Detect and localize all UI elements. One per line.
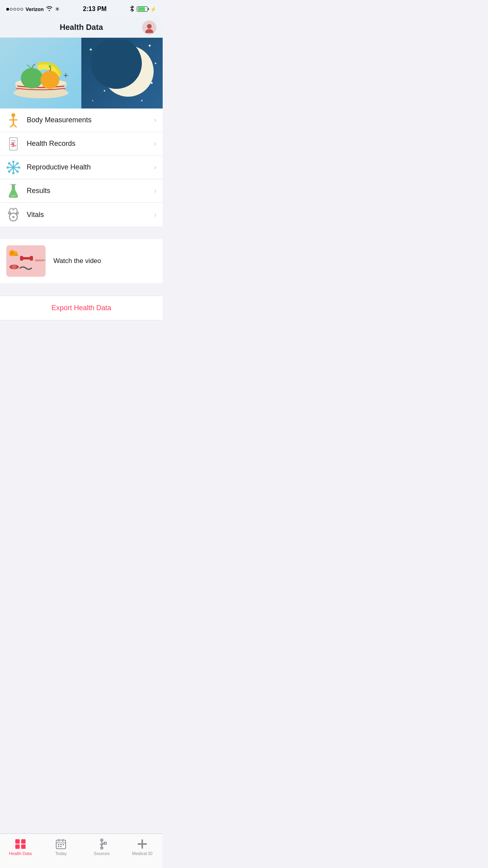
menu-list: Body Measurements › Health Records ›: [0, 108, 163, 226]
menu-item-reproductive-health[interactable]: Reproductive Health ›: [0, 156, 163, 179]
wifi-icon: [46, 6, 53, 12]
svg-point-18: [91, 40, 142, 89]
vitals-icon: [6, 208, 20, 222]
svg-point-13: [155, 63, 156, 64]
signal-dots: [6, 8, 23, 11]
svg-point-15: [92, 100, 93, 101]
health-records-label: Health Records: [27, 140, 154, 148]
video-thumbnail: [6, 245, 46, 277]
svg-rect-49: [30, 256, 33, 261]
charging-icon: ⚡: [150, 6, 156, 12]
svg-text:+: +: [63, 70, 68, 80]
page-title: Health Data: [60, 23, 103, 32]
battery-fill: [138, 7, 145, 11]
signal-dot-3: [13, 8, 16, 11]
health-records-chevron: ›: [154, 140, 156, 148]
svg-point-55: [10, 251, 14, 255]
svg-line-22: [10, 124, 13, 127]
svg-point-34: [17, 170, 19, 173]
svg-point-43: [16, 212, 18, 214]
vitals-chevron: ›: [154, 211, 156, 219]
video-label: Watch the video: [53, 257, 101, 265]
svg-point-39: [10, 195, 17, 197]
svg-point-29: [12, 161, 15, 163]
svg-point-42: [8, 212, 11, 214]
carrier-label: Verizon: [26, 6, 44, 12]
svg-point-32: [18, 166, 20, 169]
reproductive-health-icon: [6, 160, 20, 175]
svg-point-14: [141, 100, 143, 101]
moon-illustration: [83, 40, 161, 107]
status-left: Verizon ✳: [6, 6, 60, 12]
reproductive-health-chevron: ›: [154, 163, 156, 171]
svg-point-41: [12, 216, 15, 218]
status-bar: Verizon ✳ 2:13 PM ⚡: [0, 0, 163, 17]
svg-point-35: [17, 162, 19, 164]
menu-item-body-measurements[interactable]: Body Measurements ›: [0, 108, 163, 132]
svg-point-11: [104, 90, 105, 92]
battery-indicator: [137, 6, 148, 12]
export-section[interactable]: Export Health Data: [0, 296, 163, 320]
svg-point-8: [90, 49, 92, 51]
signal-dot-1: [6, 8, 9, 11]
status-time: 2:13 PM: [83, 6, 106, 13]
svg-point-4: [21, 68, 43, 88]
menu-item-health-records[interactable]: Health Records ›: [0, 132, 163, 156]
profile-button[interactable]: [142, 20, 156, 35]
results-chevron: ›: [154, 187, 156, 195]
body-measurements-chevron: ›: [154, 116, 156, 124]
status-right: ⚡: [130, 6, 156, 13]
svg-point-30: [12, 172, 15, 174]
signal-dot-4: [17, 8, 20, 11]
svg-rect-53: [35, 260, 41, 261]
svg-point-0: [147, 24, 152, 29]
activity-icon: ✳: [55, 6, 60, 12]
signal-dot-2: [10, 8, 13, 11]
nav-bar: Health Data: [0, 17, 163, 38]
sleep-card[interactable]: [81, 38, 163, 108]
video-section[interactable]: Watch the video: [0, 239, 163, 283]
svg-point-33: [8, 162, 10, 164]
svg-point-51: [12, 265, 17, 269]
svg-line-23: [13, 124, 17, 127]
export-label: Export Health Data: [51, 304, 111, 312]
signal-dot-5: [20, 8, 23, 11]
cards-row: +: [0, 38, 163, 108]
results-label: Results: [27, 187, 154, 195]
body-measurements-label: Body Measurements: [27, 116, 154, 124]
vitals-label: Vitals: [27, 211, 154, 219]
results-icon: [6, 184, 20, 198]
section-gap-2: [0, 283, 163, 289]
body-measurements-icon: [6, 113, 20, 127]
reproductive-health-label: Reproductive Health: [27, 163, 154, 171]
menu-item-results[interactable]: Results ›: [0, 179, 163, 203]
section-gap-1: [0, 226, 163, 233]
health-records-icon: [6, 137, 20, 151]
nutrition-card[interactable]: +: [0, 38, 81, 108]
svg-rect-48: [20, 256, 23, 261]
svg-point-31: [7, 166, 9, 169]
menu-item-vitals[interactable]: Vitals ›: [0, 203, 163, 226]
svg-point-9: [149, 45, 150, 47]
svg-point-36: [8, 170, 10, 173]
svg-point-6: [49, 65, 51, 68]
fruit-bowl-illustration: +: [4, 40, 78, 107]
main-scroll: +: [0, 38, 163, 362]
bluetooth-icon: [130, 6, 134, 13]
svg-point-5: [40, 71, 59, 89]
bottom-spacer: [0, 320, 163, 327]
svg-point-1: [145, 29, 153, 33]
